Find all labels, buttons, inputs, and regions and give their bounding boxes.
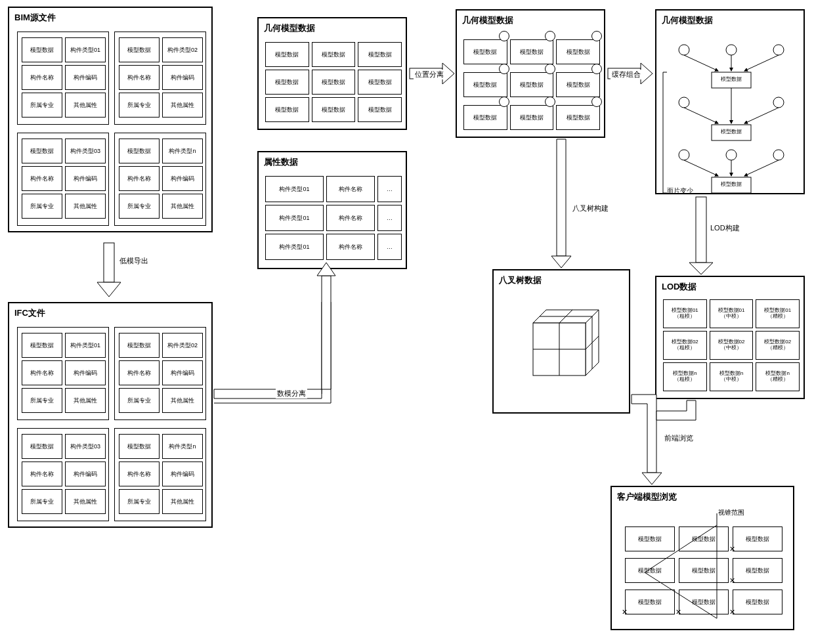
cell: … [377,205,402,231]
node-icon [591,64,602,74]
cell: 模型数据 [119,434,160,459]
octree-box: 八叉树数据 [492,269,630,414]
cell: 模型数据 [510,105,554,130]
cell: 其他属性 [162,93,203,118]
arrow-frontend-view-label: 前端浏览 [663,433,695,443]
svg-line-16 [684,160,718,176]
cell: 构件编码 [162,166,203,191]
cell: 其他属性 [65,388,106,413]
arrow-octree-build-icon [551,139,571,268]
cell: 模型数据02 （精模） [756,331,800,360]
cell: 模型数据 [312,70,356,95]
cell: 模型数据 [510,72,554,97]
cell: 模型数据 [119,37,160,62]
client-box: 客户端模型浏览 模型数据 模型数据 模型数据✕ 模型数据 模型数据 模型数据✕ … [610,486,794,630]
ifc-panel-3-grid: 模型数据 构件类型03 构件名称 构件编码 所属专业 其他属性 [22,434,106,514]
geo3-node-2: 模型数据 [713,128,750,135]
svg-line-3 [684,55,718,71]
cell: 所属专业 [22,93,62,118]
svg-point-2 [773,45,784,55]
cell: 模型数据 [22,434,62,459]
geo2-grid: 模型数据 模型数据 模型数据 模型数据 模型数据 模型数据 模型数据 模型数据 … [463,39,600,130]
node-icon [499,64,509,74]
bim-panel-4-grid: 模型数据 构件类型n 构件名称 构件编码 所属专业 其他属性 [119,139,203,219]
cell: 其他属性 [162,388,203,413]
geo1-grid: 模型数据 模型数据 模型数据 模型数据 模型数据 模型数据 模型数据 模型数据 … [265,42,402,122]
arrow-low-export-label: 低模导出 [118,256,150,266]
ifc-panel-4-grid: 模型数据 构件类型n 构件名称 构件编码 所属专业 其他属性 [119,434,203,514]
svg-point-0 [679,45,689,55]
cell: 构件名称 [326,234,375,260]
cell: 所属专业 [119,93,160,118]
geo3-tree-icon [656,11,806,196]
svg-point-8 [773,97,784,108]
geo2-body: 模型数据 模型数据 模型数据 模型数据 模型数据 模型数据 模型数据 模型数据 … [463,39,600,130]
geo3-note: 面片变少 [667,186,693,196]
ifc-panel-4: 模型数据 构件类型n 构件名称 构件编码 所属专业 其他属性 [114,428,206,521]
attr-box: 属性数据 构件类型01 构件名称 … 构件类型01 构件名称 … 构件类型01 … [257,151,407,269]
node-icon [545,64,555,74]
cell: 构件名称 [22,166,62,191]
ifc-panel-3: 模型数据 构件类型03 构件名称 构件编码 所属专业 其他属性 [17,428,109,521]
cell: 其他属性 [162,489,203,514]
cell: 模型数据 [22,37,62,62]
bim-panel-3-grid: 模型数据 构件类型03 构件名称 构件编码 所属专业 其他属性 [22,139,106,219]
svg-point-13 [679,150,689,160]
cell: 构件编码 [65,65,106,90]
cell: 其他属性 [65,93,106,118]
node-icon [545,97,555,107]
frustum-label: 视锥范围 [718,508,744,517]
cell: 构件类型03 [65,434,106,459]
ifc-title: IFC文件 [9,303,211,320]
svg-rect-31 [104,243,114,282]
cell: 模型数据n （中模） [710,362,754,391]
svg-point-15 [773,150,784,160]
cell: 模型数据 [463,105,507,130]
cell: 构件编码 [162,360,203,385]
cell: … [377,234,402,260]
ifc-box: IFC文件 模型数据 构件类型01 构件名称 构件编码 所属专业 其他属性 模型… [8,302,213,528]
cell: 模型数据 [265,97,309,122]
node-icon [591,97,602,107]
cell: 模型数据 [510,39,554,64]
svg-line-11 [744,108,779,123]
cell: 模型数据 [463,72,507,97]
cell: 模型数据 [556,105,600,130]
cell: 构件类型01 [265,234,324,260]
cell: 模型数据01 （精模） [756,299,800,328]
cell: 模型数据02 （粗模） [663,331,707,360]
cell: 模型数据 [358,70,402,95]
cell: 模型数据 [556,39,600,64]
ifc-panel-2-grid: 模型数据 构件类型02 构件名称 构件编码 所属专业 其他属性 [119,333,203,413]
cell: 构件名称 [22,65,62,90]
cell: 构件名称 [119,360,160,385]
cube-icon [513,303,612,402]
cell: 模型数据 [119,139,160,163]
svg-marker-41 [689,263,713,274]
cell: 构件类型01 [265,205,324,231]
cell: 构件名称 [22,462,62,486]
cell: 构件名称 [326,176,375,202]
cell: 构件编码 [162,65,203,90]
arrow-data-sep-icon [214,263,335,403]
bim-title: BIM源文件 [9,8,211,25]
cell: 构件类型01 [65,333,106,358]
cell: 其他属性 [65,489,106,514]
bim-panel-1: 模型数据 构件类型01 构件名称 构件编码 所属专业 其他属性 [17,32,109,125]
cell: 模型数据 [22,139,62,163]
cell: 构件类型02 [162,37,203,62]
attr-grid: 构件类型01 构件名称 … 构件类型01 构件名称 … 构件类型01 构件名称 … [265,176,402,260]
cell: 模型数据 [119,333,160,358]
bim-panel-2: 模型数据 构件类型02 构件名称 构件编码 所属专业 其他属性 [114,32,206,125]
ifc-panel-1-grid: 模型数据 构件类型01 构件名称 构件编码 所属专业 其他属性 [22,333,106,413]
bim-box: BIM源文件 模型数据 构件类型01 构件名称 构件编码 所属专业 其他属性 模… [8,7,213,232]
cell: 构件名称 [22,360,62,385]
ifc-panel-1: 模型数据 构件类型01 构件名称 构件编码 所属专业 其他属性 [17,327,109,420]
cell: 构件类型n [162,139,203,163]
cell: 所属专业 [22,194,62,219]
cell: 构件类型02 [162,333,203,358]
octree-title: 八叉树数据 [494,270,629,288]
cell: 模型数据02 （中模） [710,331,754,360]
cell: 模型数据01 （中模） [710,299,754,328]
ifc-panel-2: 模型数据 构件类型02 构件名称 构件编码 所属专业 其他属性 [114,327,206,420]
